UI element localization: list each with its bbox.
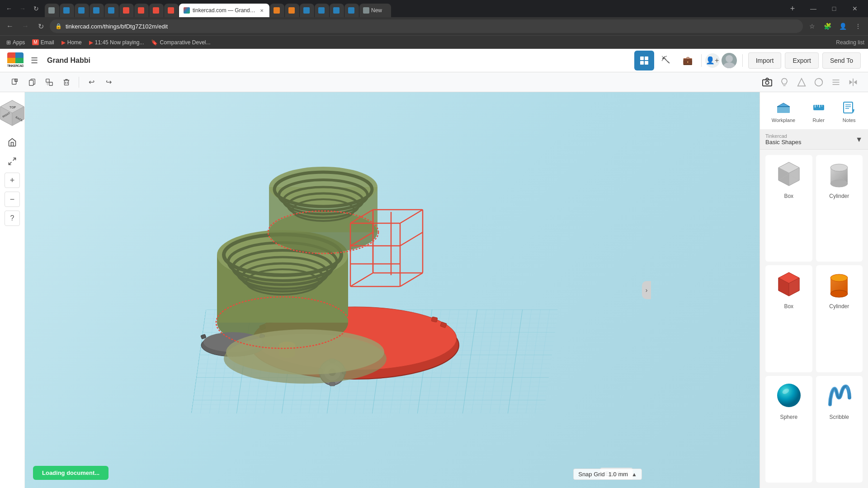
hamburger-menu-icon[interactable]: ☰: [27, 53, 42, 68]
tab[interactable]: [300, 4, 314, 17]
fit-view-icon[interactable]: [5, 154, 20, 169]
redo-icon[interactable]: ↪: [101, 75, 116, 90]
tab[interactable]: [104, 4, 119, 17]
notes-button[interactable]: Notes: [837, 98, 861, 126]
transform-icon[interactable]: [811, 75, 826, 90]
extensions-icon[interactable]: 🧩: [821, 20, 834, 33]
minimize-button[interactable]: —: [803, 0, 824, 17]
close-button[interactable]: ✕: [844, 0, 865, 17]
svg-rect-79: [330, 382, 335, 386]
back-button[interactable]: ←: [3, 2, 15, 15]
portfolio-icon[interactable]: 💼: [678, 51, 698, 70]
mirror-icon[interactable]: [845, 75, 861, 90]
add-user-button[interactable]: 👤+: [705, 53, 720, 68]
svg-line-36: [9, 162, 12, 165]
ruler-label: Ruler: [813, 117, 825, 123]
reading-list[interactable]: Reading list: [836, 39, 864, 46]
reload-button[interactable]: ↻: [30, 2, 42, 15]
svg-text:TOP: TOP: [9, 106, 16, 109]
tab[interactable]: [315, 4, 329, 17]
tab[interactable]: [164, 4, 179, 17]
new-document-icon[interactable]: [7, 75, 23, 90]
delete-icon[interactable]: [59, 75, 74, 90]
export-button[interactable]: Export: [785, 52, 818, 69]
menu-icon[interactable]: ⋮: [852, 20, 864, 33]
bookmark-icon: 🔖: [151, 39, 158, 46]
bookmark-nowplaying[interactable]: ▶ 11:45 Now playing...: [86, 38, 147, 47]
lightbulb-icon[interactable]: [777, 75, 792, 90]
view-cube[interactable]: TOP RIGHT BACK: [0, 97, 28, 129]
svg-point-113: [830, 164, 848, 171]
camera-icon[interactable]: [760, 75, 775, 90]
left-panel: TOP RIGHT BACK + − ?: [0, 92, 25, 488]
tinkercad-logo[interactable]: TINKERCAD: [7, 52, 24, 69]
tab-strip: tinkercad.com — Grand Habbi ✕: [45, 0, 786, 17]
new-tab-button[interactable]: +: [786, 2, 799, 15]
home-icon: ▶: [61, 39, 66, 46]
bookmark-email[interactable]: M Email: [29, 38, 57, 47]
tab[interactable]: [119, 4, 134, 17]
forward-button[interactable]: →: [16, 2, 29, 15]
nav-back[interactable]: ←: [4, 20, 16, 33]
main-content: TOP RIGHT BACK + − ?: [0, 92, 868, 488]
bookmark-home[interactable]: ▶ Home: [59, 38, 85, 47]
tab[interactable]: New: [359, 4, 391, 17]
align-icon[interactable]: [828, 75, 844, 90]
user-avatar[interactable]: [722, 53, 737, 68]
bookmark-comparative[interactable]: 🔖 Comparative Devel...: [148, 38, 213, 47]
svg-rect-3: [645, 61, 648, 65]
shape-item-box-gray[interactable]: Box: [765, 155, 812, 262]
tab[interactable]: [149, 4, 164, 17]
bookmarks-bar: ⊞ Apps M Email ▶ Home ▶ 11:45 Now playin…: [0, 35, 868, 49]
tab[interactable]: [134, 4, 149, 17]
zoom-in-icon[interactable]: +: [5, 173, 20, 188]
bookmark-apps[interactable]: ⊞ Apps: [4, 38, 28, 47]
shape-item-cylinder-orange[interactable]: Cylinder: [816, 265, 863, 372]
undo-icon[interactable]: ↩: [84, 75, 99, 90]
nav-reload[interactable]: ↻: [34, 20, 47, 33]
svg-rect-1: [645, 56, 648, 60]
tab-close-icon[interactable]: ✕: [259, 7, 265, 14]
active-tab[interactable]: tinkercad.com — Grand Habbi ✕: [179, 4, 269, 17]
tab[interactable]: [270, 4, 284, 17]
box-red-label: Box: [784, 303, 793, 310]
right-panel-icon-row: Workplane Ruler: [760, 92, 868, 130]
help-icon[interactable]: ?: [5, 211, 20, 226]
tab[interactable]: [285, 4, 299, 17]
3d-scene: [151, 164, 468, 399]
youtube-icon: ▶: [89, 39, 93, 46]
profile-icon[interactable]: 👤: [836, 20, 849, 33]
maximize-button[interactable]: □: [824, 0, 844, 17]
svg-rect-45: [431, 317, 438, 322]
ruler-button[interactable]: Ruler: [807, 98, 830, 126]
build-icon[interactable]: ⛏: [656, 51, 676, 70]
tab[interactable]: [344, 4, 359, 17]
tab[interactable]: [75, 4, 89, 17]
tab[interactable]: [45, 4, 59, 17]
shape-item-sphere[interactable]: Sphere: [765, 376, 812, 483]
tab[interactable]: [60, 4, 74, 17]
grid-view-icon[interactable]: [634, 51, 654, 70]
send-to-button[interactable]: Send To: [822, 52, 861, 69]
copy-icon[interactable]: [24, 75, 40, 90]
address-input[interactable]: 🔒 tinkercad.com/things/bfDtg7Z102m/edit: [50, 19, 803, 33]
workplane-button[interactable]: Workplane: [767, 98, 800, 126]
viewport[interactable]: Loading document... Edit Grid Snap Grid …: [25, 92, 760, 488]
duplicate-icon[interactable]: [42, 75, 57, 90]
home-view-icon[interactable]: [5, 135, 20, 150]
snap-grid-dropdown-icon[interactable]: ▲: [632, 471, 637, 478]
shape-item-cylinder-gray[interactable]: Cylinder: [816, 155, 863, 262]
zoom-out-icon[interactable]: −: [5, 192, 20, 207]
import-button[interactable]: Import: [748, 52, 782, 69]
star-icon[interactable]: ☆: [806, 20, 818, 33]
shape-item-box-red[interactable]: Box: [765, 265, 812, 372]
shape-icon[interactable]: [794, 75, 809, 90]
tab[interactable]: [90, 4, 104, 17]
tab[interactable]: [330, 4, 344, 17]
shape-item-scribble[interactable]: Scribble: [816, 376, 863, 483]
nav-forward[interactable]: →: [19, 20, 32, 33]
collapse-panel-arrow[interactable]: ›: [642, 281, 651, 299]
shapes-dropdown-arrow[interactable]: ▼: [855, 136, 863, 144]
svg-marker-94: [777, 103, 790, 107]
svg-line-67: [350, 273, 373, 286]
